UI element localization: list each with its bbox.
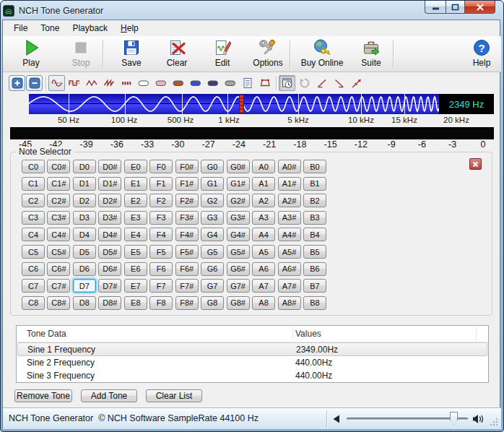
menu-item-file[interactable]: File: [7, 21, 34, 35]
note-button-c2s[interactable]: C2#: [47, 194, 70, 207]
remove-tone-button[interactable]: Remove Tone: [14, 389, 72, 402]
note-button-a5[interactable]: A5: [252, 245, 275, 259]
note-button-g1s[interactable]: G1#: [227, 177, 250, 191]
note-button-f4s[interactable]: F4#: [175, 228, 199, 241]
menu-item-playback[interactable]: Playback: [66, 21, 114, 35]
note-button-f1s[interactable]: F1#: [175, 177, 199, 191]
sweep-down-button[interactable]: [331, 75, 347, 91]
brown-noise-button[interactable]: [170, 75, 186, 91]
blue-noise-button[interactable]: [187, 75, 204, 91]
note-button-d7[interactable]: D7: [73, 279, 96, 293]
note-button-g3s[interactable]: G3#: [227, 211, 250, 225]
sawtooth-wave-button[interactable]: [100, 75, 117, 91]
table-header[interactable]: Tone Data Values: [17, 326, 488, 342]
note-button-d1[interactable]: D1: [73, 177, 96, 191]
save-button[interactable]: Save: [112, 36, 151, 72]
sweep-arrow-button[interactable]: [348, 75, 365, 91]
column-header-values[interactable]: Values: [295, 329, 321, 339]
note-button-a3[interactable]: A3: [252, 211, 275, 225]
note-button-e4[interactable]: E4: [124, 228, 147, 241]
triangle-wave-button[interactable]: [83, 75, 100, 91]
note-button-f8[interactable]: F8: [149, 296, 173, 310]
note-button-d5s[interactable]: D5#: [98, 245, 121, 259]
note-button-g7[interactable]: G7: [201, 279, 224, 293]
note-button-c2[interactable]: C2: [22, 194, 45, 207]
note-button-f4[interactable]: F4: [149, 228, 173, 241]
frequency-cursor[interactable]: [239, 95, 244, 113]
note-button-f3s[interactable]: F3#: [175, 211, 199, 225]
note-button-g6[interactable]: G6: [201, 262, 224, 276]
note-button-e3[interactable]: E3: [124, 211, 147, 225]
note-button-d0s[interactable]: D0#: [98, 160, 121, 173]
note-button-c3[interactable]: C3: [22, 211, 45, 225]
note-button-g0s[interactable]: G0#: [227, 160, 250, 173]
note-button-g2s[interactable]: G2#: [227, 194, 250, 207]
note-button-g6s[interactable]: G6#: [227, 262, 250, 276]
note-button-c1s[interactable]: C1#: [47, 177, 70, 191]
note-button-c7[interactable]: C7: [22, 279, 45, 293]
note-button-d6s[interactable]: D6#: [98, 262, 121, 276]
note-button-d3s[interactable]: D3#: [98, 211, 121, 225]
note-button-c3s[interactable]: C3#: [47, 211, 70, 225]
note-button-e2[interactable]: E2: [124, 194, 147, 207]
note-button-b1[interactable]: B1: [303, 177, 326, 191]
note-button-a5s[interactable]: A5#: [278, 245, 301, 259]
note-button-c0s[interactable]: C0#: [47, 160, 70, 173]
note-button-e1[interactable]: E1: [124, 177, 147, 191]
note-button-d0[interactable]: D0: [73, 160, 96, 173]
note-button-f1[interactable]: F1: [149, 177, 173, 191]
note-button-c8[interactable]: C8: [22, 296, 45, 310]
note-button-e0[interactable]: E0: [124, 160, 147, 173]
note-button-g0[interactable]: G0: [201, 160, 224, 173]
note-button-d6[interactable]: D6: [73, 262, 96, 276]
tone-data-table[interactable]: Tone Data Values Sine 1 Frequency2349.00…: [16, 325, 489, 383]
note-button-a7[interactable]: A7: [252, 279, 275, 293]
note-button-e5[interactable]: E5: [124, 245, 147, 259]
note-button-f3[interactable]: F3: [149, 211, 173, 225]
note-button-d5[interactable]: D5: [73, 245, 96, 259]
pink-noise-button[interactable]: [152, 75, 169, 91]
sine-wave-button[interactable]: [48, 75, 65, 91]
note-button-b5[interactable]: B5: [303, 245, 326, 259]
note-button-g3[interactable]: G3: [201, 211, 224, 225]
volume-slider-track[interactable]: [347, 418, 468, 420]
resize-grip[interactable]: [490, 418, 499, 427]
maximize-button[interactable]: [446, 1, 465, 14]
note-button-g4[interactable]: G4: [201, 228, 224, 241]
note-button-e6[interactable]: E6: [124, 262, 147, 276]
note-button-b0[interactable]: B0: [303, 160, 326, 173]
edit-button[interactable]: Edit: [203, 36, 242, 72]
note-button-a1s[interactable]: A1#: [278, 177, 301, 191]
menu-item-help[interactable]: Help: [114, 21, 145, 35]
suite-button[interactable]: Suite: [352, 36, 391, 72]
note-button-a8s[interactable]: A8#: [278, 296, 301, 310]
volume-slider-thumb[interactable]: [450, 412, 458, 425]
note-button-d4s[interactable]: D4#: [98, 228, 121, 241]
note-button-c4[interactable]: C4: [22, 228, 45, 241]
note-button-c4s[interactable]: C4#: [47, 228, 70, 241]
note-button-c5s[interactable]: C5#: [47, 245, 70, 259]
note-button-a3s[interactable]: A3#: [278, 211, 301, 225]
note-button-a4s[interactable]: A4#: [278, 228, 301, 241]
square-wave-button[interactable]: [66, 75, 82, 91]
note-button-d7s[interactable]: D7#: [98, 279, 121, 293]
note-button-d3[interactable]: D3: [73, 211, 96, 225]
note-button-c5[interactable]: C5: [22, 245, 45, 259]
tone-file-button[interactable]: [239, 75, 256, 91]
note-button-d8[interactable]: D8: [73, 296, 96, 310]
note-button-f0[interactable]: F0: [149, 160, 173, 173]
note-button-d2[interactable]: D2: [73, 194, 96, 207]
buy-online-button[interactable]: Buy Online: [299, 36, 345, 72]
clear-list-button[interactable]: Clear List: [146, 389, 202, 402]
note-button-f6[interactable]: F6: [149, 262, 173, 276]
column-header-tone-data[interactable]: Tone Data: [27, 329, 66, 339]
note-button-d1s[interactable]: D1#: [98, 177, 121, 191]
note-button-b8[interactable]: B8: [303, 296, 326, 310]
note-button-f8s[interactable]: F8#: [175, 296, 199, 310]
gray-noise-button[interactable]: [222, 75, 238, 91]
note-button-b7[interactable]: B7: [303, 279, 326, 293]
note-button-a0s[interactable]: A0#: [278, 160, 301, 173]
timer-button[interactable]: [279, 75, 295, 91]
note-button-d2s[interactable]: D2#: [98, 194, 121, 207]
note-button-a8[interactable]: A8: [252, 296, 275, 310]
